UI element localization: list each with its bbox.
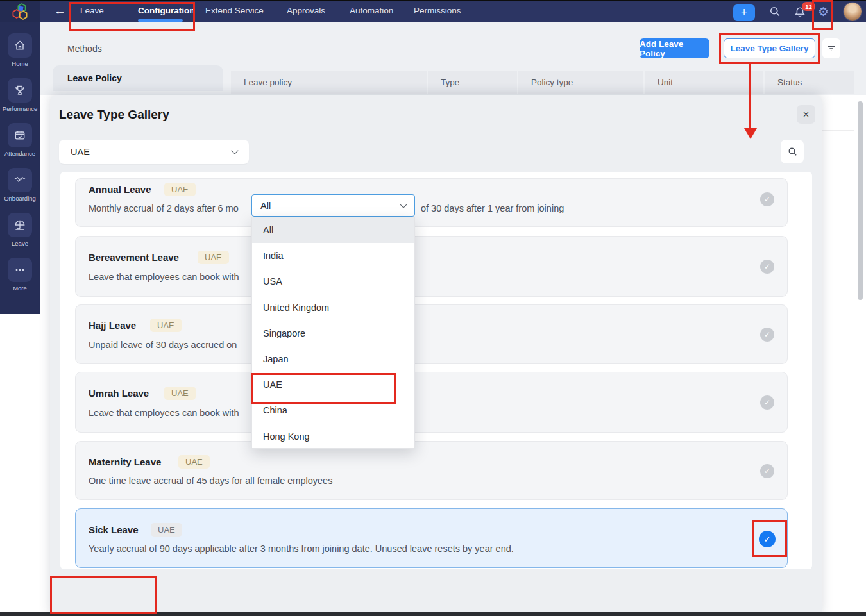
dropdown-option-japan[interactable]: Japan <box>252 346 414 372</box>
card-description-continued: of 30 days after 1 year from joining <box>421 203 564 213</box>
close-icon[interactable]: × <box>797 105 815 124</box>
sidebar-label-attendance: Attendance <box>0 150 40 157</box>
settings-gear-icon[interactable]: ⚙ <box>818 4 829 19</box>
annotation-arrow-head <box>744 128 757 139</box>
card-title: Maternity Leave <box>89 456 161 467</box>
screenshot-bottom-edge <box>0 612 866 616</box>
sidebar-item-performance[interactable]: Performance <box>0 78 40 112</box>
column-header-policy-type: Policy type <box>518 71 643 94</box>
modal-title: Leave Type Gallery <box>59 108 169 122</box>
leave-card-umrah[interactable]: Umrah Leave UAE Leave that employees can… <box>75 372 788 433</box>
search-icon <box>787 146 798 157</box>
methods-label: Methods <box>67 44 102 54</box>
tab-leave[interactable]: Leave <box>80 6 104 15</box>
dropdown-option-united-kingdom[interactable]: United Kingdom <box>252 295 414 320</box>
card-description: Monthly accrual of 2 days after 6 mo <box>89 203 239 213</box>
country-filter-value: UAE <box>71 147 90 157</box>
card-description: Leave that employees can book with <box>89 272 239 282</box>
unselected-check-icon[interactable]: ✓ <box>760 260 774 274</box>
sidebar-label-onboarding: Onboarding <box>0 195 40 202</box>
search-icon[interactable] <box>768 5 781 18</box>
tab-automation[interactable]: Automation <box>350 6 393 15</box>
chevron-down-icon <box>400 201 407 208</box>
tab-approvals[interactable]: Approvals <box>287 6 325 15</box>
leave-card-hajj[interactable]: Hajj Leave UAE Unpaid leave of 30 days a… <box>75 304 788 364</box>
sidebar-item-more[interactable]: More <box>0 258 40 292</box>
card-description: One time leave accrual of 45 days for al… <box>89 476 332 486</box>
country-tag: UAE <box>164 387 196 400</box>
beach-umbrella-icon <box>13 219 26 231</box>
card-description: Yearly accrual of 90 days applicable aft… <box>89 544 514 554</box>
dropdown-option-hong-kong[interactable]: Hong Kong <box>252 424 414 449</box>
leave-card-annual[interactable]: Annual Leave UAE Monthly accrual of 2 da… <box>75 178 788 227</box>
sidebar-item-home[interactable]: Home <box>0 33 40 67</box>
leave-cards-panel: Annual Leave UAE Monthly accrual of 2 da… <box>60 172 812 569</box>
card-title: Bereavement Leave <box>89 252 179 263</box>
leave-type-gallery-modal: Leave Type Gallery × UAE Annual Leave UA… <box>50 95 822 616</box>
sidebar-item-leave[interactable]: Leave <box>0 213 40 247</box>
country-tag: UAE <box>198 251 229 264</box>
dropdown-option-usa[interactable]: USA <box>252 269 414 294</box>
card-title: Sick Leave <box>89 524 139 535</box>
unselected-check-icon[interactable]: ✓ <box>760 328 774 342</box>
tab-extend-service[interactable]: Extend Service <box>205 6 264 15</box>
filter-icon <box>826 44 836 54</box>
country-filter-select[interactable]: UAE <box>59 140 249 164</box>
user-avatar[interactable] <box>843 2 862 21</box>
home-icon <box>13 39 26 52</box>
column-header-status: Status <box>765 71 854 94</box>
annotation-arrow-line <box>749 64 751 131</box>
trophy-icon <box>13 84 26 97</box>
notification-count-badge: 12 <box>802 2 815 11</box>
sidebar-item-attendance[interactable]: Attendance <box>0 123 40 157</box>
modal-search-button[interactable] <box>781 140 804 163</box>
card-country-dropdown[interactable]: All <box>251 194 415 217</box>
unselected-check-icon[interactable]: ✓ <box>760 464 774 478</box>
calendar-check-icon <box>13 129 26 142</box>
leave-policy-tab[interactable]: Leave Policy <box>53 65 223 91</box>
app-logo[interactable] <box>0 1 40 22</box>
leave-card-maternity[interactable]: Maternity Leave UAE One time leave accru… <box>75 441 788 500</box>
leave-card-sick-selected[interactable]: Sick Leave UAE Yearly accrual of 90 days… <box>75 508 788 568</box>
app-screen: ← Leave Configuration Extend Service App… <box>0 0 866 616</box>
dropdown-option-uae[interactable]: UAE <box>252 372 414 397</box>
selected-check-icon[interactable]: ✓ <box>759 531 776 547</box>
sidebar-item-onboarding[interactable]: Onboarding <box>0 168 40 202</box>
card-description: Unpaid leave of 30 days accrued on <box>89 340 237 350</box>
table-row-line <box>822 278 854 278</box>
add-leave-policy-button[interactable]: Add Leave Policy <box>640 38 709 58</box>
handshake-icon <box>13 174 26 187</box>
chevron-down-icon <box>231 147 238 154</box>
zoho-people-logo-icon <box>11 3 29 21</box>
more-ellipsis-icon <box>13 263 26 276</box>
dropdown-option-china[interactable]: China <box>252 397 414 423</box>
add-button[interactable]: + <box>733 4 755 21</box>
leave-card-bereavement[interactable]: Bereavement Leave UAE Leave that employe… <box>75 236 788 297</box>
dropdown-option-india[interactable]: India <box>252 243 414 269</box>
leave-type-gallery-button[interactable]: Leave Type Gallery <box>724 38 815 58</box>
sidebar-label-performance: Performance <box>0 105 40 112</box>
card-description: Leave that employees can book with <box>89 408 239 418</box>
tab-permissions[interactable]: Permissions <box>414 6 461 15</box>
table-row-line <box>822 130 854 131</box>
unselected-check-icon[interactable]: ✓ <box>760 395 774 410</box>
dropdown-option-singapore[interactable]: Singapore <box>252 320 414 346</box>
sidebar-label-leave: Leave <box>0 240 40 247</box>
tab-configuration[interactable]: Configuration <box>138 6 194 15</box>
column-header-type: Type <box>428 71 517 94</box>
dropdown-option-all[interactable]: All <box>252 217 414 243</box>
page-scrollbar[interactable] <box>858 101 863 300</box>
country-dropdown-list: All India USA United Kingdom Singapore J… <box>251 217 415 449</box>
card-title: Annual Leave <box>89 184 151 195</box>
back-arrow-icon[interactable]: ← <box>54 4 66 18</box>
card-title: Umrah Leave <box>89 388 149 399</box>
sidebar-label-home: Home <box>0 60 40 67</box>
country-tag: UAE <box>151 523 182 537</box>
country-tag: UAE <box>164 183 196 196</box>
unselected-check-icon[interactable]: ✓ <box>760 192 774 206</box>
card-title: Hajj Leave <box>89 320 136 331</box>
country-tag: UAE <box>178 455 210 469</box>
sidebar-label-more: More <box>0 285 40 292</box>
country-tag: UAE <box>150 319 182 332</box>
filter-button[interactable] <box>822 38 840 58</box>
